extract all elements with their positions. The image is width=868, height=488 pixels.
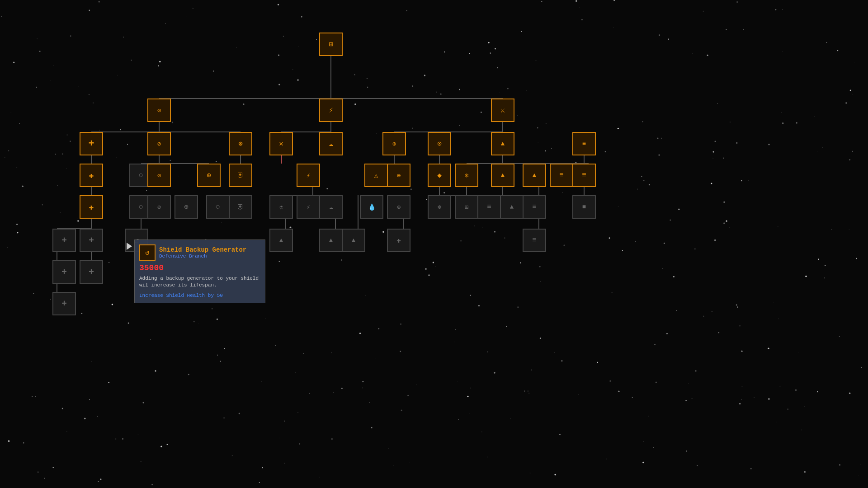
node-rr5[interactable]: ≡ bbox=[550, 164, 573, 187]
node-rr1-icon: ◆ bbox=[437, 171, 442, 180]
node-rr2[interactable]: ❄ bbox=[455, 164, 478, 187]
node-l1[interactable]: + bbox=[80, 132, 103, 155]
node-mm4[interactable]: ▲ bbox=[319, 229, 343, 252]
node-l2[interactable]: ⊘ bbox=[147, 132, 171, 155]
node-rr4-icon: ▲ bbox=[533, 172, 536, 179]
node-rm1-icon: △ bbox=[374, 172, 378, 179]
node-rrrr1[interactable]: ≡ bbox=[523, 229, 546, 252]
node-m2-icon: ☁ bbox=[329, 139, 333, 148]
tooltip-description: Adding a backup generator to your shield… bbox=[139, 275, 260, 289]
node-lll4-icon: ⊕ bbox=[184, 202, 189, 211]
node-left2-icon: + bbox=[89, 267, 94, 277]
node-l1-icon: + bbox=[88, 138, 94, 150]
node-left2[interactable]: + bbox=[80, 260, 103, 284]
node-m1[interactable]: ✕ bbox=[269, 132, 293, 155]
node-left3-icon: + bbox=[61, 299, 67, 309]
node-lll6-icon: ⛨ bbox=[237, 203, 244, 211]
node-left-branch-icon: ⊘ bbox=[157, 107, 161, 114]
node-rrr4-icon: ⊞ bbox=[465, 203, 468, 211]
node-rm3[interactable]: ✚ bbox=[387, 229, 410, 252]
tooltip-title-area: Shield Backup Generator Defensive Branch bbox=[159, 246, 246, 259]
node-rrr5[interactable]: ≡ bbox=[477, 195, 501, 219]
node-active1[interactable]: + bbox=[52, 229, 76, 252]
node-lll6[interactable]: ⛨ bbox=[229, 195, 252, 219]
node-right-branch-icon: ⚔ bbox=[500, 106, 505, 115]
node-rm3-icon: ✚ bbox=[396, 236, 401, 245]
node-l3[interactable]: ⊛ bbox=[229, 132, 252, 155]
node-mid-branch[interactable]: ⚡ bbox=[319, 99, 343, 122]
node-left1-icon: + bbox=[61, 267, 67, 277]
node-r1[interactable]: ⊕ bbox=[382, 132, 406, 155]
node-mm5-icon: ▲ bbox=[352, 237, 355, 244]
node-rm2[interactable]: ⊕ bbox=[387, 164, 410, 187]
node-rm2-icon: ⊕ bbox=[397, 172, 401, 179]
node-active1-icon: + bbox=[61, 235, 67, 246]
node-rrr3[interactable]: ❄ bbox=[428, 195, 451, 219]
node-rr5-icon: ≡ bbox=[559, 171, 564, 179]
node-rr1[interactable]: ◆ bbox=[428, 164, 451, 187]
node-mmm3[interactable]: ☁ bbox=[319, 195, 343, 219]
node-rrr1-icon: 💧 bbox=[368, 203, 376, 211]
node-rrr6[interactable]: ▲ bbox=[500, 195, 524, 219]
node-r3[interactable]: ▲ bbox=[491, 132, 514, 155]
node-mm1[interactable]: ⛨ bbox=[229, 164, 252, 187]
node-mm3[interactable]: ▲ bbox=[269, 229, 293, 252]
node-ll3-icon: ⊘ bbox=[157, 172, 161, 179]
node-rrr4[interactable]: ⊞ bbox=[455, 195, 478, 219]
node-rrr2-icon: ⊕ bbox=[397, 203, 401, 211]
node-rr3-icon: ▲ bbox=[501, 172, 505, 179]
node-mm2[interactable]: ⚡ bbox=[297, 164, 320, 187]
node-ll4-icon: ⊕ bbox=[207, 171, 211, 180]
node-mm2-icon: ⚡ bbox=[307, 172, 310, 179]
node-active2[interactable]: + bbox=[80, 229, 103, 252]
node-m2[interactable]: ☁ bbox=[319, 132, 343, 155]
node-root[interactable]: ⊞ bbox=[319, 33, 343, 56]
node-r3-icon: ▲ bbox=[501, 140, 505, 147]
node-mm1-icon: ⛨ bbox=[237, 171, 244, 180]
tooltip-branch: Defensive Branch bbox=[159, 253, 246, 259]
node-right-branch[interactable]: ⚔ bbox=[491, 99, 514, 122]
node-lll1[interactable]: ✚ bbox=[80, 195, 103, 219]
tooltip-panel: ↺ Shield Backup Generator Defensive Bran… bbox=[134, 239, 265, 303]
node-rrr8[interactable]: ■ bbox=[572, 195, 596, 219]
node-ll2-icon: ○ bbox=[139, 171, 144, 180]
node-mmm1[interactable]: ⚗ bbox=[269, 195, 293, 219]
node-r2-icon: ⊙ bbox=[437, 139, 442, 148]
node-r4-icon: ≡ bbox=[582, 140, 586, 147]
node-lll3[interactable]: ⊘ bbox=[147, 195, 171, 219]
node-lll4[interactable]: ⊕ bbox=[175, 195, 198, 219]
node-mm4-icon: ▲ bbox=[329, 237, 333, 244]
node-mm3-icon: ▲ bbox=[279, 237, 283, 244]
node-rrr7[interactable]: ≡ bbox=[523, 195, 546, 219]
node-active2-icon: + bbox=[89, 235, 94, 246]
node-rrr5-icon: ≡ bbox=[487, 203, 491, 211]
node-mid-branch-icon: ⚡ bbox=[329, 106, 333, 115]
tooltip-header: ↺ Shield Backup Generator Defensive Bran… bbox=[139, 244, 260, 261]
node-rrr2[interactable]: ⊕ bbox=[387, 195, 410, 219]
node-lll3-icon: ⊘ bbox=[157, 203, 161, 211]
node-ll1[interactable]: ✚ bbox=[80, 164, 103, 187]
node-r4[interactable]: ≡ bbox=[572, 132, 596, 155]
node-l3-icon: ⊛ bbox=[238, 139, 243, 148]
tooltip-cost: 35000 bbox=[139, 263, 260, 272]
node-left1[interactable]: + bbox=[52, 260, 76, 284]
node-left-branch[interactable]: ⊘ bbox=[147, 99, 171, 122]
node-rrr6-icon: ▲ bbox=[510, 203, 514, 211]
node-mm5[interactable]: ▲ bbox=[342, 229, 365, 252]
node-mmm1-icon: ⚗ bbox=[279, 203, 283, 211]
node-rrr1[interactable]: 💧 bbox=[360, 195, 383, 219]
node-mmm2[interactable]: ⚡ bbox=[297, 195, 320, 219]
node-rrr8-icon: ■ bbox=[582, 203, 586, 211]
node-l2-icon: ⊘ bbox=[157, 140, 161, 148]
node-rr4[interactable]: ▲ bbox=[523, 164, 546, 187]
node-r2[interactable]: ⊙ bbox=[428, 132, 451, 155]
cursor-indicator bbox=[127, 243, 132, 250]
node-ll4[interactable]: ⊕ bbox=[197, 164, 221, 187]
node-rm1[interactable]: △ bbox=[364, 164, 388, 187]
node-lll5[interactable]: ○ bbox=[206, 195, 230, 219]
node-left3[interactable]: + bbox=[52, 292, 76, 315]
node-rr6[interactable]: ≡ bbox=[572, 164, 596, 187]
node-lll1-icon: ✚ bbox=[89, 202, 94, 212]
node-ll3[interactable]: ⊘ bbox=[147, 164, 171, 187]
node-rr3[interactable]: ▲ bbox=[491, 164, 514, 187]
